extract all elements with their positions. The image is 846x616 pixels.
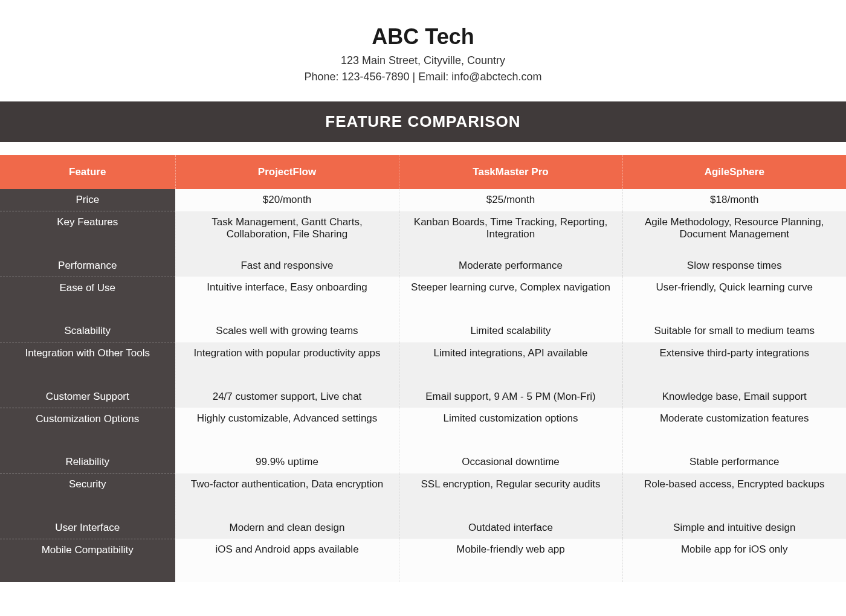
value-cell: Mobile-friendly web app: [399, 539, 622, 582]
feature-label: Customization Options: [0, 408, 175, 451]
table-row: Customer Support24/7 customer support, L…: [0, 386, 846, 408]
value-cell: Steeper learning curve, Complex navigati…: [399, 277, 622, 320]
value-cell: Extensive third-party integrations: [622, 342, 846, 386]
table-header-row: Feature ProjectFlow TaskMaster Pro Agile…: [0, 155, 846, 189]
table-row: User InterfaceModern and clean designOut…: [0, 517, 846, 539]
value-cell: Stable performance: [622, 451, 846, 473]
value-cell: $18/month: [622, 189, 846, 211]
spacer: [0, 142, 846, 155]
feature-label: Reliability: [0, 451, 175, 473]
company-address: 123 Main Street, Cityville, Country: [12, 54, 834, 67]
value-cell: Two-factor authentication, Data encrypti…: [175, 473, 399, 517]
value-cell: Intuitive interface, Easy onboarding: [175, 277, 399, 320]
value-cell: Highly customizable, Advanced settings: [175, 408, 399, 451]
col-header-feature: Feature: [0, 155, 175, 189]
comparison-table: Feature ProjectFlow TaskMaster Pro Agile…: [0, 155, 846, 582]
value-cell: User-friendly, Quick learning curve: [622, 277, 846, 320]
table-row: Mobile CompatibilityiOS and Android apps…: [0, 539, 846, 582]
table-row: SecurityTwo-factor authentication, Data …: [0, 473, 846, 517]
feature-label: Integration with Other Tools: [0, 342, 175, 386]
value-cell: Modern and clean design: [175, 517, 399, 539]
feature-label: User Interface: [0, 517, 175, 539]
table-row: PerformanceFast and responsiveModerate p…: [0, 255, 846, 277]
table-row: Reliability99.9% uptimeOccasional downti…: [0, 451, 846, 473]
value-cell: Slow response times: [622, 255, 846, 277]
value-cell: iOS and Android apps available: [175, 539, 399, 582]
value-cell: Integration with popular productivity ap…: [175, 342, 399, 386]
value-cell: 24/7 customer support, Live chat: [175, 386, 399, 408]
value-cell: Outdated interface: [399, 517, 622, 539]
value-cell: Occasional downtime: [399, 451, 622, 473]
value-cell: Limited customization options: [399, 408, 622, 451]
value-cell: Moderate performance: [399, 255, 622, 277]
table-row: Price$20/month$25/month$18/month: [0, 189, 846, 211]
value-cell: Email support, 9 AM - 5 PM (Mon-Fri): [399, 386, 622, 408]
value-cell: Task Management, Gantt Charts, Collabora…: [175, 211, 399, 255]
value-cell: Suitable for small to medium teams: [622, 320, 846, 342]
feature-label: Key Features: [0, 211, 175, 255]
value-cell: Knowledge base, Email support: [622, 386, 846, 408]
table-row: Key FeaturesTask Management, Gantt Chart…: [0, 211, 846, 255]
company-contact: Phone: 123-456-7890 | Email: info@abctec…: [12, 71, 834, 83]
document-header: ABC Tech 123 Main Street, Cityville, Cou…: [0, 0, 846, 101]
value-cell: Limited scalability: [399, 320, 622, 342]
value-cell: Simple and intuitive design: [622, 517, 846, 539]
table-row: Customization OptionsHighly customizable…: [0, 408, 846, 451]
section-banner: FEATURE COMPARISON: [0, 101, 846, 142]
feature-label: Mobile Compatibility: [0, 539, 175, 582]
table-row: Integration with Other ToolsIntegration …: [0, 342, 846, 386]
table-row: ScalabilityScales well with growing team…: [0, 320, 846, 342]
value-cell: SSL encryption, Regular security audits: [399, 473, 622, 517]
value-cell: 99.9% uptime: [175, 451, 399, 473]
value-cell: Limited integrations, API available: [399, 342, 622, 386]
value-cell: Mobile app for iOS only: [622, 539, 846, 582]
feature-label: Customer Support: [0, 386, 175, 408]
value-cell: Agile Methodology, Resource Planning, Do…: [622, 211, 846, 255]
value-cell: Scales well with growing teams: [175, 320, 399, 342]
feature-label: Price: [0, 189, 175, 211]
feature-label: Performance: [0, 255, 175, 277]
col-header-product-2: TaskMaster Pro: [399, 155, 622, 189]
value-cell: $25/month: [399, 189, 622, 211]
col-header-product-1: ProjectFlow: [175, 155, 399, 189]
value-cell: Moderate customization features: [622, 408, 846, 451]
col-header-product-3: AgileSphere: [622, 155, 846, 189]
value-cell: $20/month: [175, 189, 399, 211]
feature-label: Security: [0, 473, 175, 517]
feature-label: Scalability: [0, 320, 175, 342]
table-row: Ease of UseIntuitive interface, Easy onb…: [0, 277, 846, 320]
value-cell: Role-based access, Encrypted backups: [622, 473, 846, 517]
feature-label: Ease of Use: [0, 277, 175, 320]
value-cell: Kanban Boards, Time Tracking, Reporting,…: [399, 211, 622, 255]
table-body: Price$20/month$25/month$18/monthKey Feat…: [0, 189, 846, 582]
value-cell: Fast and responsive: [175, 255, 399, 277]
company-name: ABC Tech: [12, 24, 834, 50]
